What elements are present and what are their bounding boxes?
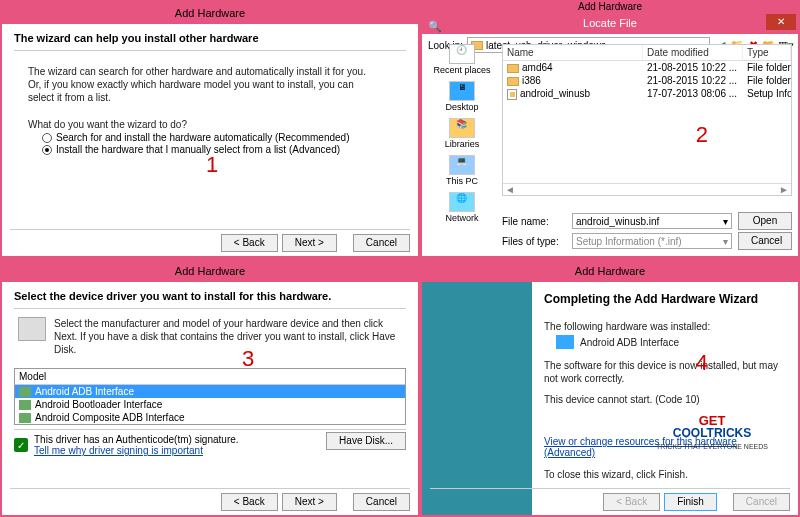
place-thispc[interactable]: 💻This PC <box>446 155 478 186</box>
file-type: File folder <box>743 61 791 74</box>
radio-label: Install the hardware that I manually sel… <box>56 144 340 155</box>
device-icon <box>18 317 46 341</box>
place-desktop[interactable]: 🖥Desktop <box>445 81 478 112</box>
filter-value: Setup Information (*.inf) <box>576 236 682 247</box>
scroll-right-icon[interactable]: ► <box>779 184 789 195</box>
titlebar: Add Hardware <box>2 2 418 24</box>
cancel-button[interactable]: Cancel <box>738 232 792 250</box>
chevron-down-icon: ▾ <box>723 216 728 227</box>
wizard-body: The wizard can help you install other ha… <box>2 24 418 164</box>
wizard-description: The wizard can search for other hardware… <box>28 65 368 104</box>
network-icon: 🌐 <box>449 192 475 212</box>
model-label: Android Composite ADB Interface <box>35 412 185 423</box>
desktop-icon: 🖥 <box>449 81 475 101</box>
wizard-heading: Select the device driver you want to ins… <box>14 290 406 309</box>
panel-step-3: Add Hardware Select the device driver yo… <box>0 258 420 517</box>
inf-file-icon <box>507 89 517 100</box>
model-header: Model <box>15 369 405 385</box>
filename-label: File name: <box>502 216 566 227</box>
filename-input[interactable]: android_winusb.inf▾ <box>572 213 732 229</box>
col-date[interactable]: Date modified <box>643 45 743 60</box>
place-recent[interactable]: 🕘Recent places <box>433 44 490 75</box>
monitor-icon <box>556 335 574 349</box>
model-item[interactable]: Android ADB Interface <box>15 385 405 398</box>
model-item[interactable]: Android Composite ADB Interface <box>15 411 405 424</box>
place-libraries[interactable]: 📚Libraries <box>445 118 480 149</box>
file-name: android_winusb <box>520 88 590 99</box>
place-label: Desktop <box>445 102 478 112</box>
error-text: This device cannot start. (Code 10) <box>544 393 786 406</box>
thispc-icon: 💻 <box>449 155 475 175</box>
panel-step-2: Add Hardware 🔍 Locate File ✕ Look in: la… <box>420 0 800 258</box>
wizard-side-graphic <box>422 282 532 515</box>
file-row[interactable]: android_winusb17-07-2013 08:06 ...Setup … <box>503 87 791 101</box>
driver-icon <box>19 400 31 410</box>
cancel-button[interactable]: Cancel <box>353 493 410 511</box>
wizard-prompt: What do you want the wizard to do? <box>28 118 406 131</box>
place-network[interactable]: 🌐Network <box>445 192 478 223</box>
wizard-body: Select the device driver you want to ins… <box>2 282 418 364</box>
wizard-body: Completing the Add Hardware Wizard The f… <box>532 282 798 515</box>
button-row: < Back Finish Cancel <box>430 488 790 511</box>
step-number: 3 <box>242 346 254 372</box>
close-button[interactable]: ✕ <box>766 14 796 30</box>
filter-label: Files of type: <box>502 236 566 247</box>
back-button[interactable]: < Back <box>221 234 278 252</box>
folder-icon <box>507 64 519 73</box>
model-item[interactable]: Android Bootloader Interface <box>15 398 405 411</box>
logo-main: OOLTRICKS <box>681 426 751 440</box>
open-button[interactable]: Open <box>738 212 792 230</box>
finish-button[interactable]: Finish <box>664 493 717 511</box>
back-button: < Back <box>603 493 660 511</box>
signature-text: This driver has an Authenticode(tm) sign… <box>34 434 239 445</box>
button-row: < Back Next > Cancel <box>10 229 410 252</box>
file-list-header: Name Date modified Type <box>503 45 791 61</box>
radio-label: Search for and install the hardware auto… <box>56 132 349 143</box>
file-name: i386 <box>522 75 541 86</box>
file-row[interactable]: amd6421-08-2015 10:22 ...File folder <box>503 61 791 74</box>
titlebar: Add Hardware <box>422 260 798 282</box>
place-label: This PC <box>446 176 478 186</box>
file-date: 21-08-2015 10:22 ... <box>643 74 743 87</box>
wizard-heading: Completing the Add Hardware Wizard <box>544 292 786 306</box>
parent-titlebar: Add Hardware <box>422 2 798 12</box>
radio-manual[interactable]: Install the hardware that I manually sel… <box>42 144 406 155</box>
signature-row: ✓ This driver has an Authenticode(tm) si… <box>14 429 406 456</box>
install-note: The software for this device is now inst… <box>544 359 786 385</box>
file-list[interactable]: Name Date modified Type amd6421-08-2015 … <box>502 44 792 196</box>
bottom-controls: File name: android_winusb.inf▾ Open File… <box>502 210 792 250</box>
h-scrollbar[interactable]: ◄► <box>503 183 791 195</box>
model-list[interactable]: Model Android ADB Interface Android Boot… <box>14 368 406 425</box>
libraries-icon: 📚 <box>449 118 475 138</box>
col-type[interactable]: Type <box>743 45 791 60</box>
back-button[interactable]: < Back <box>221 493 278 511</box>
radio-icon <box>42 133 52 143</box>
scroll-left-icon[interactable]: ◄ <box>505 184 515 195</box>
model-label: Android Bootloader Interface <box>35 399 162 410</box>
title-text: Locate File <box>583 17 637 29</box>
step-number: 2 <box>696 122 708 148</box>
titlebar: 🔍 Locate File ✕ <box>422 12 798 34</box>
place-label: Network <box>445 213 478 223</box>
radio-auto[interactable]: Search for and install the hardware auto… <box>42 132 406 143</box>
panel-step-1: Add Hardware The wizard can help you ins… <box>0 0 420 258</box>
chevron-down-icon: ▾ <box>723 236 728 247</box>
have-disk-button[interactable]: Have Disk... <box>326 432 406 450</box>
model-label: Android ADB Interface <box>35 386 134 397</box>
file-row[interactable]: i38621-08-2015 10:22 ...File folder <box>503 74 791 87</box>
recent-icon: 🕘 <box>449 44 475 64</box>
panel-step-4: Add Hardware Completing the Add Hardware… <box>420 258 800 517</box>
col-name[interactable]: Name <box>503 45 643 60</box>
filter-combo[interactable]: Setup Information (*.inf)▾ <box>572 233 732 249</box>
file-date: 17-07-2013 08:06 ... <box>643 87 743 101</box>
signing-info-link[interactable]: Tell me why driver signing is important <box>34 445 239 456</box>
filename-value: android_winusb.inf <box>576 216 659 227</box>
radio-icon <box>42 145 52 155</box>
next-button[interactable]: Next > <box>282 493 337 511</box>
next-button[interactable]: Next > <box>282 234 337 252</box>
file-type: Setup Info <box>743 87 791 101</box>
folder-icon <box>507 77 519 86</box>
cancel-button[interactable]: Cancel <box>353 234 410 252</box>
places-bar: 🕘Recent places 🖥Desktop 📚Libraries 💻This… <box>426 44 498 250</box>
file-type: File folder <box>743 74 791 87</box>
